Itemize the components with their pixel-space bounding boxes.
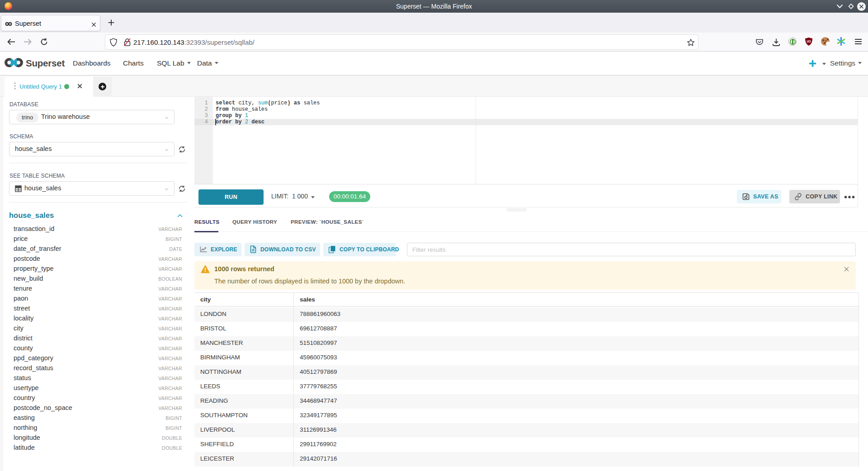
svg-text:UO: UO (807, 40, 811, 43)
